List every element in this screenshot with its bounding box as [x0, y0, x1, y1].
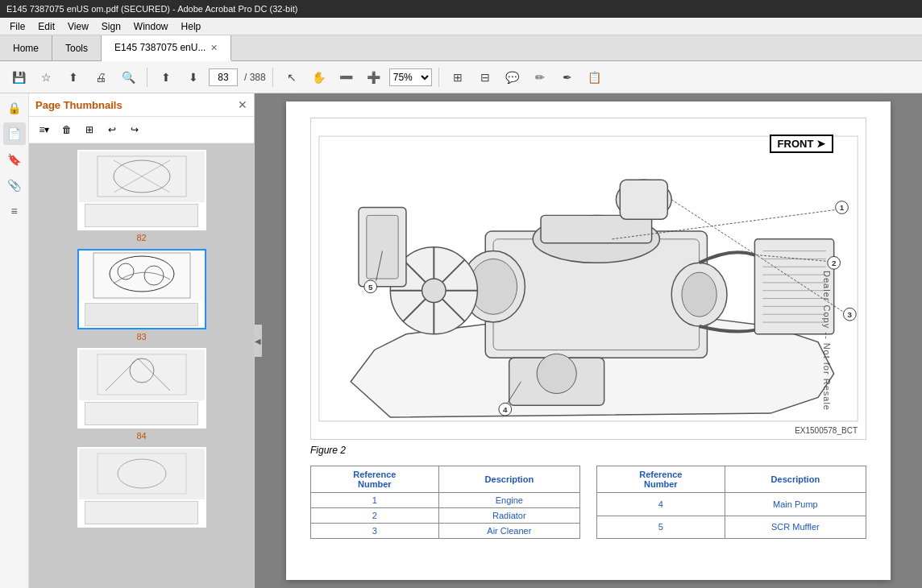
- svg-point-7: [144, 266, 164, 285]
- table2-row2-desc: SCR Muffler: [725, 516, 866, 539]
- sidebar-header: Page Thumbnails ✕: [29, 93, 254, 117]
- print-button[interactable]: 🖨: [89, 66, 113, 89]
- table1-col2-header: Description: [438, 466, 579, 493]
- front-label: FRONT ➤: [770, 135, 833, 153]
- menu-window[interactable]: Window: [127, 19, 175, 34]
- fit-page-button[interactable]: ⊞: [446, 66, 470, 89]
- watermark: Dealer Copy -- Not for Resale: [822, 271, 832, 411]
- svg-text:1: 1: [840, 203, 845, 212]
- save-button[interactable]: 💾: [6, 66, 31, 89]
- menu-file[interactable]: File: [3, 19, 31, 34]
- figure-area: FRONT ➤: [310, 118, 866, 440]
- thumbnail-img-85: [77, 447, 206, 528]
- table-row: 5 SCR Muffler: [597, 516, 866, 539]
- table-row: 3 Air Cleaner: [311, 524, 580, 539]
- table2-row1-desc: Main Pump: [725, 493, 866, 516]
- delete-thumbnail-button[interactable]: 🗑: [56, 120, 77, 139]
- stamp-button[interactable]: 📋: [583, 66, 607, 89]
- thumbnail-page-85[interactable]: [35, 447, 247, 528]
- svg-point-20: [682, 272, 716, 317]
- comment-button[interactable]: 💬: [500, 66, 525, 89]
- table-row: 1 Engine: [311, 493, 580, 508]
- tables-row: ReferenceNumber Description 1 Engine 2 R…: [310, 466, 866, 539]
- svg-point-9: [130, 358, 154, 383]
- select-tool-button[interactable]: ↖: [280, 66, 304, 89]
- bookmark-button[interactable]: ☆: [34, 66, 58, 89]
- svg-point-5: [110, 256, 174, 292]
- svg-rect-10: [98, 453, 186, 494]
- table1-row1-desc: Engine: [438, 493, 579, 508]
- thumbnail-page-84[interactable]: 84: [35, 348, 247, 441]
- menu-view[interactable]: View: [61, 19, 95, 34]
- tab-home[interactable]: Home: [0, 35, 52, 60]
- zoom-out-button[interactable]: ➖: [334, 66, 359, 89]
- pdf-content[interactable]: FRONT ➤: [255, 93, 922, 588]
- thumbnail-img-83: [77, 249, 206, 329]
- undo-button[interactable]: ↩: [102, 120, 123, 139]
- thumbnail-label-82: 82: [35, 233, 247, 242]
- menu-help[interactable]: Help: [175, 19, 208, 34]
- attachments-icon[interactable]: 📎: [3, 174, 26, 197]
- thumb-table-83: [85, 303, 197, 326]
- tab-close-icon[interactable]: ✕: [210, 43, 218, 53]
- search-button[interactable]: 🔍: [116, 66, 140, 89]
- svg-point-39: [537, 354, 576, 393]
- toolbar: 💾 ☆ ⬆ 🖨 🔍 ⬆ ⬇ / 388 ↖ ✋ ➖ ➕ 50% 75% 100%…: [0, 61, 922, 93]
- reference-table-2: ReferenceNumber Description 4 Main Pump …: [596, 466, 866, 539]
- icon-strip: 🔒 📄 🔖 📎 ≡: [0, 93, 29, 588]
- sidebar-collapse-handle[interactable]: ◀: [254, 325, 262, 357]
- thumbnail-img-82: [77, 150, 206, 230]
- table-row: 4 Main Pump: [597, 493, 866, 516]
- separator-2: [272, 68, 273, 87]
- zoom-in-button[interactable]: ➕: [362, 66, 386, 89]
- highlight-button[interactable]: ✏: [528, 66, 552, 89]
- page-number-input[interactable]: [209, 68, 238, 86]
- layers-icon[interactable]: ≡: [3, 200, 26, 222]
- thumbnail-label-84: 84: [35, 431, 247, 441]
- upload-button[interactable]: ⬆: [61, 66, 85, 89]
- tab-bar: Home Tools E145 7387075 enU... ✕: [0, 35, 922, 61]
- thumbnails-area[interactable]: 82 83: [29, 143, 254, 588]
- thumbnail-options-button[interactable]: ≡▾: [34, 120, 55, 139]
- zoom-select[interactable]: 50% 75% 100% 125% 150%: [389, 68, 432, 86]
- thumb-svg-85: [89, 449, 194, 498]
- separator-1: [147, 68, 147, 87]
- table1-row1-num: 1: [311, 493, 439, 508]
- lock-icon[interactable]: 🔒: [3, 97, 26, 119]
- fit-width-button[interactable]: ⊟: [473, 66, 497, 89]
- table2-row1-num: 4: [597, 493, 725, 516]
- draw-button[interactable]: ✒: [555, 66, 579, 89]
- sidebar-close-button[interactable]: ✕: [238, 98, 247, 111]
- menu-sign[interactable]: Sign: [95, 19, 127, 34]
- table2-row2-num: 5: [597, 516, 725, 539]
- table1-row2-num: 2: [311, 508, 439, 524]
- sidebar-title: Page Thumbnails: [35, 99, 123, 111]
- tab-tools[interactable]: Tools: [52, 35, 102, 60]
- bookmarks-icon[interactable]: 🔖: [3, 148, 26, 171]
- thumb-svg-82: [89, 152, 194, 201]
- thumbnails-icon[interactable]: 📄: [3, 122, 26, 145]
- sidebar-toolbar: ≡▾ 🗑 ⊞ ↩ ↪: [29, 117, 254, 143]
- table2-col2-header: Description: [725, 466, 866, 493]
- page-total: / 388: [244, 72, 266, 83]
- thumbnail-page-82[interactable]: 82: [35, 150, 247, 242]
- tab-document[interactable]: E145 7387075 enU... ✕: [102, 35, 231, 61]
- thumbnail-page-83[interactable]: 83: [35, 249, 247, 342]
- engine-svg: 2 1 3 4: [311, 118, 866, 439]
- next-page-button[interactable]: ⬇: [181, 66, 206, 89]
- svg-text:3: 3: [848, 310, 853, 319]
- table1-col1-header: ReferenceNumber: [311, 466, 439, 493]
- figure-ref: EX1500578_BCT: [795, 426, 858, 435]
- embed-thumbnail-button[interactable]: ⊞: [79, 120, 100, 139]
- redo-button[interactable]: ↪: [124, 120, 145, 139]
- thumb-svg-83: [89, 251, 194, 300]
- separator-3: [438, 68, 439, 87]
- prev-page-button[interactable]: ⬆: [154, 66, 178, 89]
- svg-point-6: [118, 263, 134, 280]
- menu-edit[interactable]: Edit: [31, 19, 61, 34]
- figure-caption: Figure 2: [310, 445, 866, 456]
- menu-bar: File Edit View Sign Window Help: [0, 18, 922, 35]
- table1-row3-desc: Air Cleaner: [438, 524, 579, 539]
- reference-table-1: ReferenceNumber Description 1 Engine 2 R…: [310, 466, 580, 539]
- hand-tool-button[interactable]: ✋: [307, 66, 331, 89]
